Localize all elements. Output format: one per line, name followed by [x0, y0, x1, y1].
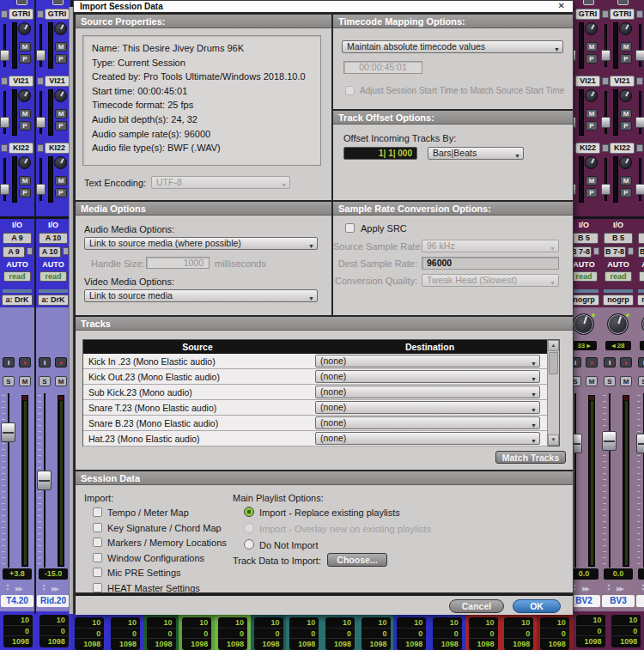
input-path-button[interactable]: B 5	[638, 233, 644, 244]
automation-read-button[interactable]: read	[3, 271, 31, 282]
send-mute-button[interactable]: M	[19, 42, 31, 52]
send-expand-icon[interactable]	[574, 144, 574, 152]
send-label[interactable]: KI22	[575, 143, 600, 154]
fader-handle[interactable]	[636, 434, 644, 453]
input-path-button[interactable]: B 5	[574, 233, 598, 244]
send-expand-icon[interactable]	[636, 144, 643, 152]
send-label[interactable]: GTRI	[575, 9, 600, 20]
send-pan-knob[interactable]	[619, 89, 632, 102]
send-label[interactable]: VI21	[610, 76, 635, 87]
record-enable-button[interactable]: ●	[620, 357, 632, 368]
send-expand-icon[interactable]	[602, 10, 609, 18]
send-pre-button[interactable]: P	[19, 54, 31, 64]
send-expand-icon[interactable]	[636, 10, 643, 18]
fader-handle[interactable]	[602, 431, 617, 451]
output-path-button[interactable]: A 10	[39, 246, 61, 258]
send-mute-button[interactable]: M	[19, 109, 31, 118]
send-label[interactable]: VI21	[9, 76, 33, 87]
input-monitor-button[interactable]: I	[39, 357, 51, 368]
nudge-up-down-icon[interactable]: ▲ ▼	[605, 583, 613, 592]
import-checkbox-heat-master-settings[interactable]	[93, 583, 102, 592]
scroll-up-icon[interactable]: ▲	[548, 340, 559, 351]
handle-size-field[interactable]: 1000	[146, 257, 210, 269]
send-expand-icon[interactable]	[1, 10, 8, 18]
automation-read-button[interactable]: read	[39, 271, 67, 282]
fader-handle[interactable]	[1, 422, 15, 442]
pan-knob[interactable]	[574, 313, 594, 335]
conversion-quality-dropdown[interactable]: Tweak Head (Slowest) ▼	[422, 274, 559, 287]
input-monitor-button[interactable]: I	[604, 357, 616, 368]
nudge-controls[interactable]: ▲ ▼▶▶	[39, 583, 69, 592]
automation-read-button[interactable]: read	[574, 271, 598, 282]
group-selector-button[interactable]: nogrp	[603, 295, 634, 306]
playlist-selector-button[interactable]: a: DrK	[38, 295, 69, 306]
send-pan-knob[interactable]	[54, 156, 67, 169]
send-pre-button[interactable]: P	[55, 188, 67, 197]
send-mute-button[interactable]: M	[620, 42, 632, 52]
input-path-button[interactable]: A 9	[3, 233, 32, 244]
send-mute-button[interactable]: M	[620, 109, 632, 118]
input-monitor-button[interactable]: I	[3, 357, 15, 368]
send-expand-icon[interactable]	[602, 77, 609, 85]
send-mute-button[interactable]: M	[19, 176, 31, 185]
automation-read-button[interactable]: read	[639, 271, 644, 282]
mute-button[interactable]: M	[55, 376, 67, 386]
send-expand-icon[interactable]	[1, 77, 8, 85]
send-pan-knob[interactable]	[18, 22, 31, 35]
send-fader-handle[interactable]	[601, 117, 611, 128]
send-pre-button[interactable]: P	[19, 188, 31, 197]
close-icon[interactable]: ✕	[558, 1, 565, 10]
fast-forward-icon[interactable]: ▶▶	[617, 586, 623, 591]
dialog-titlebar[interactable]: Import Session Data ✕	[74, 1, 573, 12]
output-path-button[interactable]: A 9	[3, 246, 25, 258]
import-checkbox-tempo-meter-map[interactable]	[93, 507, 102, 517]
scroll-down-icon[interactable]: ▼	[548, 434, 559, 446]
session-start-time-field[interactable]: 00:00:45:01	[343, 61, 422, 74]
dest-rate-field[interactable]: 96000	[422, 257, 559, 270]
send-expand-icon[interactable]	[37, 10, 44, 18]
send-mute-button[interactable]: M	[55, 109, 67, 118]
send-fader-handle[interactable]	[574, 117, 576, 128]
track-name[interactable]: BV2	[574, 595, 600, 607]
nudge-controls[interactable]: ▲ ▼▶▶	[639, 583, 644, 592]
send-pan-knob[interactable]	[54, 89, 67, 102]
track-destination-dropdown[interactable]: (none)▼	[315, 401, 540, 414]
offset-value-field[interactable]: 1| 1| 000	[343, 147, 417, 160]
send-fader-handle[interactable]	[36, 50, 46, 61]
fast-forward-icon[interactable]: ▶▶	[582, 586, 588, 591]
solo-button[interactable]: S	[604, 376, 616, 386]
track-destination-dropdown[interactable]: (none)▼	[315, 370, 540, 383]
send-pre-button[interactable]: P	[620, 121, 632, 131]
track-destination-dropdown[interactable]: (none)▼	[315, 355, 540, 368]
apply-src-checkbox[interactable]	[345, 223, 355, 233]
send-label[interactable]: GTRI	[9, 9, 33, 20]
send-pan-knob[interactable]	[585, 89, 598, 102]
send-pan-knob[interactable]	[585, 156, 598, 169]
nudge-up-down-icon[interactable]: ▲ ▼	[3, 583, 12, 592]
record-enable-button[interactable]: ●	[55, 357, 67, 368]
input-path-button[interactable]: B 5	[604, 233, 633, 244]
solo-button[interactable]: S	[574, 376, 581, 386]
fast-forward-icon[interactable]: ▶▶	[52, 586, 58, 591]
send-mute-button[interactable]: M	[586, 109, 598, 118]
adjust-start-time-checkbox[interactable]	[345, 86, 355, 95]
solo-button[interactable]: S	[638, 376, 644, 386]
send-label[interactable]: KI22	[9, 143, 33, 154]
send-label[interactable]: GTRI	[45, 9, 70, 20]
track-name[interactable]: Rid.20	[37, 595, 70, 607]
send-fader-handle[interactable]	[0, 50, 9, 61]
solo-button[interactable]: S	[3, 376, 15, 386]
video-media-dropdown[interactable]: Link to source media ▼	[84, 289, 318, 302]
playlist-radio[interactable]	[244, 507, 254, 517]
mute-button[interactable]: M	[620, 376, 632, 386]
track-name[interactable]: T4.20	[1, 595, 33, 607]
phase-button-partial[interactable]	[583, 0, 594, 5]
send-fader-handle[interactable]	[635, 117, 644, 128]
scrollbar-thumb[interactable]	[549, 352, 558, 374]
send-pan-knob[interactable]	[585, 22, 598, 35]
fast-forward-icon[interactable]: ▶▶	[15, 586, 21, 591]
send-mute-button[interactable]: M	[586, 42, 598, 52]
text-encoding-dropdown[interactable]: UTF-8 ▼	[151, 176, 290, 189]
send-mute-button[interactable]: M	[55, 176, 67, 185]
send-pan-knob[interactable]	[54, 22, 67, 35]
